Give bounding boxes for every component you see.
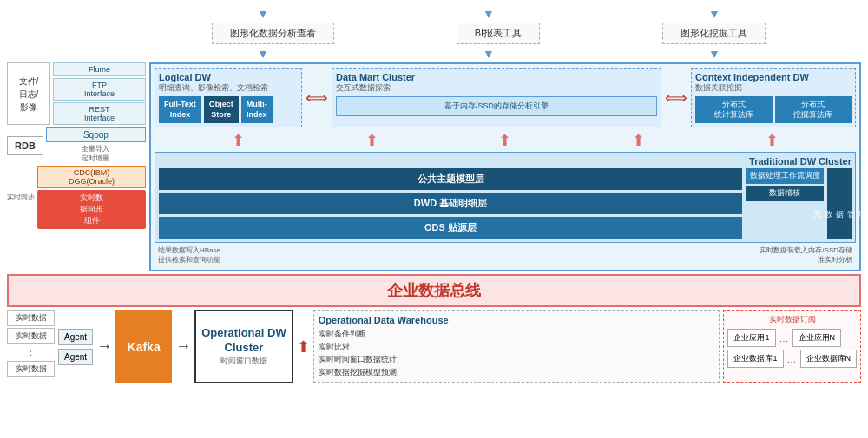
annotation-right: 实时数据装载入内存/SSD存储 准实时分析 [760,245,852,265]
ssd-box: 基于内存/SSD的存储分析引擎 [336,96,657,116]
arrow-updown: ⬆ [297,310,310,383]
bidir-arrow-1: ⟺ [306,68,328,127]
traditional-dw: Traditional DW Cluster 公共主题模型层 DWD 基础明细层… [155,152,856,243]
up-arrow-4: ⬆ [632,131,645,150]
arrow-down-5: ▼ [483,47,495,61]
bidir-arrow-2: ⟺ [665,68,687,127]
tool-mining: 图形化挖掘工具 [662,23,766,44]
rt-subscribe-label: 实时数据订阅 [727,314,857,325]
trad-dw-right: 数据处理工作流调度 数据稽核 [746,168,824,239]
up-arrow-1: ⬆ [232,131,245,150]
context-dw-title: Context Independent DW [695,72,852,82]
db-n: 企业数据库N [800,350,858,368]
multi-index-box: Multi-Index [241,96,273,123]
app-1: 企业应用1 [727,329,775,347]
rt-sync-label: 实时同步 [7,193,35,202]
agent-box-2: Agent [58,349,93,365]
arrow-right-2: → [175,310,191,383]
app-row-1: 企业应用1 … 企业应用N [727,329,857,347]
ftp-box: FTP Interface [53,78,146,101]
rt-data-4: 实时数据 [7,361,55,377]
annotation-left: 结果数据写入HBase 提供检索和查询功能 [158,245,220,265]
tool-visualization: 图形化数据分析查看 [212,23,334,44]
up-arrow-2: ⬆ [365,131,378,150]
app-row-2: 企业数据库1 … 企业数据库N [727,350,857,368]
arrow-down-2: ▼ [483,7,495,21]
flume-box: Flume [53,62,146,76]
odw-items: 实时条件判断 实时比对 实时时间窗口数据统计 实时数据挖掘模型预测 [319,328,715,378]
file-source: 文件/ 日志/ 影像 [7,62,50,125]
ellipsis-dbs: … [787,354,797,364]
logical-dw: Logical DW 明细查询、影像检索、文档检索 Full-TextIndex… [155,68,302,127]
kafka-box: Kafka [115,310,172,383]
sync-component: 实时数 据同步 组件 [37,190,146,229]
logical-dw-title: Logical DW [159,72,298,82]
dw-main-area: Logical DW 明细查询、影像检索、文档检索 Full-TextIndex… [149,62,861,271]
data-proc-box: 数据处理工作流调度 [746,168,824,184]
rt-data-1: 实时数据 [7,310,55,326]
annotations-row: 结果数据写入HBase 提供检索和查询功能 实时数据装载入内存/SSD存储 准实… [155,245,856,265]
app-n: 企业应用N [792,329,842,347]
logical-dw-subtitle: 明细查询、影像检索、文档检索 [159,82,298,94]
traditional-dw-inner: 公共主题模型层 DWD 基础明细层 ODS 贴源层 数据处理工作流调度 数据稽核… [159,168,852,239]
sqoop-box: Sqoop [46,127,146,142]
arrow-down-6: ▼ [708,47,720,61]
main-container: ▼ ▼ ▼ 图形化数据分析查看 BI报表工具 图形化挖掘工具 ▼ ▼ ▼ 文件/… [0,0,868,438]
cdc-box: CDC(IBM) DGG(Oracle) [37,166,146,188]
logical-dw-boxes: Full-TextIndex ObjectStore Multi-Index [159,96,298,123]
arrow-down-3: ▼ [708,7,720,21]
data-mart-cluster: Data Mart Cluster 交互式数据探索 基于内存/SSD的存储分析引… [332,68,661,127]
agents-col: Agent Agent [58,310,93,383]
arrow-right-1: → [96,310,112,383]
dw-layers: 公共主题模型层 DWD 基础明细层 ODS 贴源层 [159,168,742,239]
op-data-warehouse: Operational Data Warehouse 实时条件判断 实时比对 实… [313,310,720,383]
rdb-box: RDB [7,136,43,155]
db-1: 企业数据库1 [727,350,783,368]
layer-dwd: DWD 基础明细层 [159,193,742,214]
op-dw-title: Operational DW Cluster [201,326,286,356]
odw-item-3: 实时时间窗口数据统计 [319,353,715,365]
odw-title: Operational Data Warehouse [319,315,715,325]
arrow-down-4: ▼ [257,47,269,61]
meta-mgmt: 元 数 据 管 理 [827,168,852,239]
enterprise-apps: 实时数据订阅 企业应用1 … 企业应用N 企业数据库1 … 企业数据库N [723,310,861,383]
up-arrow-3: ⬆ [498,131,511,150]
agent-box-1: Agent [58,329,93,345]
odw-item-4: 实时数据挖掘模型预测 [319,366,715,378]
context-dw-subtitle: 数据关联挖掘 [695,82,852,94]
full-text-index-box: Full-TextIndex [159,96,201,123]
tool-bi: BI报表工具 [457,23,540,44]
data-audit-box: 数据稽核 [746,186,824,201]
top-tools-row: 图形化数据分析查看 BI报表工具 图形化挖掘工具 [150,23,827,44]
ellipsis-1: ： [7,346,55,359]
up-arrow-5: ⬆ [766,131,779,150]
realtime-data-list: 实时数据 实时数据 ： 实时数据 [7,310,55,383]
odw-item-1: 实时条件判断 [319,328,715,340]
layer-theme: 公共主题模型层 [159,168,742,190]
data-mart-subtitle: 交互式数据探索 [336,82,657,94]
object-store-box: ObjectStore [204,96,239,123]
import-label: 全量导入 定时增量 [46,144,146,163]
data-mart-title: Data Mart Cluster [336,72,657,82]
context-dw: Context Independent DW 数据关联挖掘 分布式 统计算法库 … [691,68,856,127]
ellipsis-apps: … [779,333,789,343]
rest-box: REST Interface [53,102,146,125]
arrow-down-1: ▼ [257,7,269,21]
algo-box-2: 分布式 挖掘算法库 [775,96,852,123]
op-dw-sub: 时间窗口数据 [201,356,286,367]
algo-boxes: 分布式 统计算法库 分布式 挖掘算法库 [695,96,852,123]
enterprise-bus: 企业数据总线 [7,274,861,307]
algo-box-1: 分布式 统计算法库 [695,96,773,123]
traditional-dw-title: Traditional DW Cluster [159,156,852,167]
top-dw-columns: Logical DW 明细查询、影像检索、文档检索 Full-TextIndex… [155,68,856,127]
op-dw-cluster: Operational DW Cluster 时间窗口数据 [194,310,293,383]
layer-ods: ODS 贴源层 [159,217,742,239]
odw-item-2: 实时比对 [319,341,715,353]
rt-data-2: 实时数据 [7,328,55,344]
bottom-section: 实时数据 实时数据 ： 实时数据 Agent Agent → Kafka → O… [7,310,861,383]
